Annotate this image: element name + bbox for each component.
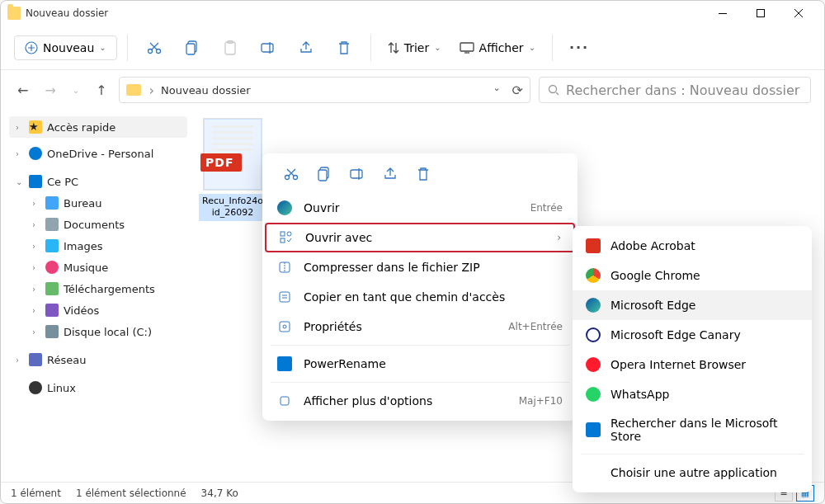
scissors-icon [284, 167, 299, 181]
chevron-down-icon: ⌄ [99, 43, 106, 52]
edge-icon [277, 200, 292, 215]
search-placeholder: Rechercher dans : Nouveau dossier [566, 82, 799, 98]
copy-icon [318, 167, 331, 181]
share-button[interactable] [290, 31, 323, 64]
sub-edge[interactable]: Microsoft Edge [573, 290, 812, 320]
chevron-right-icon: › [16, 149, 24, 158]
rename-button[interactable] [343, 162, 371, 186]
delete-button[interactable] [409, 162, 437, 186]
svg-rect-10 [460, 43, 474, 51]
refresh-button[interactable]: ⟳ [512, 82, 523, 98]
sub-whatsapp[interactable]: WhatsApp [573, 379, 812, 409]
separator [271, 345, 569, 346]
maximize-button[interactable] [742, 1, 780, 26]
monitor-icon [29, 175, 42, 188]
close-button[interactable] [780, 1, 818, 26]
file-item[interactable]: PDF Recu_Info24oid_26092 [199, 118, 266, 221]
ctx-label: Afficher plus d'options [304, 394, 432, 407]
sub-other[interactable]: Choisir une autre application [573, 458, 812, 488]
copy-path-icon [277, 290, 292, 304]
sidebar-downloads[interactable]: ›Téléchargements [9, 278, 187, 299]
sidebar-documents[interactable]: ›Documents [9, 214, 187, 235]
chevron-down-icon[interactable]: ⌄ [493, 82, 500, 98]
more-options-icon [277, 393, 292, 408]
recent-dropdown[interactable]: ⌄ [69, 82, 82, 98]
sidebar-desktop[interactable]: ›Bureau [9, 192, 187, 214]
share-button[interactable] [376, 162, 404, 186]
more-button[interactable]: ··· [563, 31, 596, 64]
search-input[interactable]: Rechercher dans : Nouveau dossier [539, 77, 811, 103]
svg-point-11 [549, 86, 557, 93]
new-button[interactable]: Nouveau ⌄ [14, 35, 117, 60]
svg-rect-0 [719, 13, 727, 14]
sub-edge-canary[interactable]: Microsoft Edge Canary [573, 320, 812, 350]
svg-rect-7 [225, 42, 235, 54]
svg-rect-9 [262, 44, 273, 52]
paste-button[interactable] [214, 31, 247, 64]
chevron-right-icon: › [32, 242, 40, 251]
sidebar-local-disk[interactable]: ›Disque local (C:) [9, 321, 187, 342]
sidebar-network[interactable]: ›Réseau [9, 349, 187, 370]
ctx-label: PowerRename [304, 357, 386, 370]
scissors-icon [147, 40, 162, 55]
sort-icon [388, 41, 399, 54]
svg-rect-18 [280, 238, 285, 243]
ctx-copy-path[interactable]: Copier en tant que chemin d'accès [262, 282, 578, 312]
sidebar-videos[interactable]: ›Vidéos [9, 299, 187, 321]
sub-adobe[interactable]: Adobe Acrobat [573, 231, 812, 261]
ctx-open-with[interactable]: Ouvrir avec › [265, 223, 575, 252]
sidebar-label: Linux [47, 382, 76, 394]
delete-button[interactable] [328, 31, 361, 64]
ctx-power-rename[interactable]: PowerRename [262, 349, 578, 379]
rename-button[interactable] [252, 31, 285, 64]
sidebar-label: Accès rapide [47, 121, 116, 134]
forward-button[interactable]: → [41, 79, 59, 101]
cut-button[interactable] [277, 162, 305, 186]
svg-point-4 [156, 49, 160, 53]
ctx-label: Ouvrir avec [305, 231, 372, 244]
copy-button[interactable] [310, 162, 338, 186]
toolbar: Nouveau ⌄ Trier ⌄ Afficher ⌄ ··· [1, 26, 824, 70]
open-with-submenu: Adobe Acrobat Google Chrome Microsoft Ed… [573, 226, 812, 492]
sidebar-quick-access[interactable]: › ★ Accès rapide [9, 116, 187, 138]
svg-rect-22 [280, 322, 290, 332]
svg-rect-1 [757, 10, 765, 17]
svg-rect-6 [186, 44, 195, 54]
ctx-compress[interactable]: Compresser dans le fichier ZIP [262, 252, 578, 282]
back-button[interactable]: ← [14, 79, 31, 101]
address-bar[interactable]: › Nouveau dossier ⌄ ⟳ [119, 77, 530, 103]
sidebar-linux[interactable]: Linux [9, 377, 187, 398]
copy-button[interactable] [176, 31, 209, 64]
sub-opera[interactable]: Opera Internet Browser [573, 350, 812, 379]
display-button[interactable]: Afficher ⌄ [453, 36, 542, 59]
display-label: Afficher [479, 41, 524, 54]
chevron-right-icon: › [557, 232, 561, 243]
svg-point-3 [148, 49, 152, 53]
chevron-right-icon: › [16, 123, 24, 132]
store-icon [586, 422, 601, 437]
sub-store[interactable]: Rechercher dans le Microsoft Store [573, 409, 812, 450]
chevron-right-icon: › [32, 220, 40, 229]
svg-point-13 [294, 176, 298, 180]
up-button[interactable]: ↑ [92, 79, 110, 101]
disk-icon [45, 325, 59, 338]
plus-circle-icon [25, 41, 38, 54]
sort-button[interactable]: Trier ⌄ [381, 36, 448, 59]
trash-icon [417, 167, 430, 181]
ctx-properties[interactable]: Propriétés Alt+Entrée [262, 312, 578, 341]
sub-label: Microsoft Edge [610, 299, 695, 312]
ctx-more-options[interactable]: Afficher plus d'options Maj+F10 [262, 386, 578, 416]
ctx-label: Compresser dans le fichier ZIP [304, 261, 480, 274]
sidebar-images[interactable]: ›Images [9, 235, 187, 257]
minimize-button[interactable] [704, 1, 742, 26]
sidebar-this-pc[interactable]: ⌄ Ce PC [9, 171, 187, 192]
ctx-open[interactable]: Ouvrir Entrée [262, 193, 578, 223]
cut-button[interactable] [138, 31, 171, 64]
display-icon [460, 42, 474, 54]
sub-chrome[interactable]: Google Chrome [573, 261, 812, 290]
folder-icon [126, 84, 141, 96]
chevron-right-icon: › [32, 327, 40, 337]
sidebar-music[interactable]: ›Musique [9, 257, 187, 278]
sidebar-onedrive[interactable]: › OneDrive - Personal [9, 143, 187, 164]
opera-icon [586, 357, 601, 372]
